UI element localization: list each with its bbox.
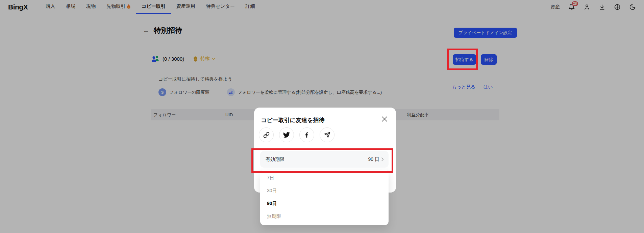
expiry-label: 有効期限 — [266, 156, 284, 163]
expiry-dropdown: 7日 30日 90日 無期限 — [260, 170, 389, 225]
close-icon[interactable] — [380, 115, 389, 123]
copy-link-icon — [263, 132, 270, 138]
facebook-share-button[interactable] — [299, 127, 314, 142]
expiry-value: 90 日 — [368, 156, 379, 163]
telegram-share-button[interactable] — [320, 127, 335, 142]
option-30-days[interactable]: 30日 — [260, 184, 389, 197]
option-7-days[interactable]: 7日 — [260, 172, 389, 184]
page: BingX 購入 相場 現物 先物取引 コピー取引 資産運用 特典センター 詳細… — [0, 0, 644, 233]
option-unlimited[interactable]: 無期限 — [260, 210, 389, 223]
chevron-right-icon — [381, 157, 384, 161]
option-90-days[interactable]: 90日 — [260, 197, 389, 210]
expiry-selector[interactable]: 有効期限 90 日 — [260, 151, 389, 168]
share-row — [259, 127, 335, 142]
telegram-icon — [324, 132, 330, 138]
modal-title: コピー取引に友達を招待 — [261, 116, 325, 124]
copy-link-button[interactable] — [259, 127, 274, 142]
twitter-icon — [283, 132, 290, 138]
facebook-icon — [303, 132, 310, 138]
expiry-value-wrap: 90 日 — [368, 156, 384, 163]
twitter-share-button[interactable] — [279, 127, 294, 142]
